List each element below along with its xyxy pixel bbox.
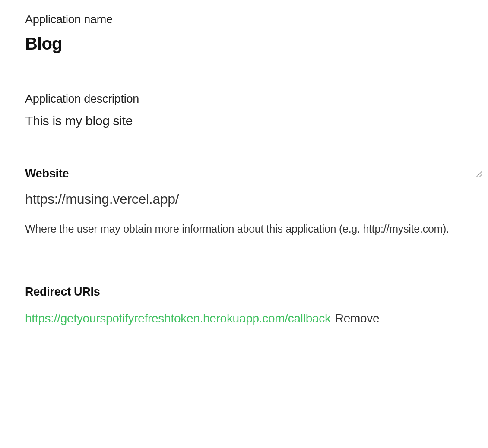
application-name-label: Application name — [25, 13, 463, 26]
redirect-uri-row: https://getyourspotifyrefreshtoken.herok… — [25, 309, 463, 328]
remove-uri-button[interactable]: Remove — [335, 309, 380, 328]
application-description-value[interactable]: This is my blog site — [25, 114, 463, 128]
svg-line-1 — [479, 174, 482, 177]
resize-handle-icon[interactable] — [475, 170, 482, 178]
website-section: Website https://musing.vercel.app/ Where… — [25, 167, 463, 238]
application-description-label: Application description — [25, 92, 463, 106]
redirect-uris-label: Redirect URIs — [25, 285, 463, 299]
application-name-value[interactable]: Blog — [25, 34, 463, 54]
svg-line-0 — [476, 171, 482, 177]
website-value[interactable]: https://musing.vercel.app/ — [25, 191, 463, 207]
application-description-section: Application description This is my blog … — [25, 92, 463, 128]
redirect-uri-link[interactable]: https://getyourspotifyrefreshtoken.herok… — [25, 309, 331, 328]
website-helper-text: Where the user may obtain more informati… — [25, 220, 463, 238]
website-label: Website — [25, 167, 463, 180]
application-name-section: Application name Blog — [25, 13, 463, 54]
redirect-uris-section: Redirect URIs https://getyourspotifyrefr… — [25, 285, 463, 328]
